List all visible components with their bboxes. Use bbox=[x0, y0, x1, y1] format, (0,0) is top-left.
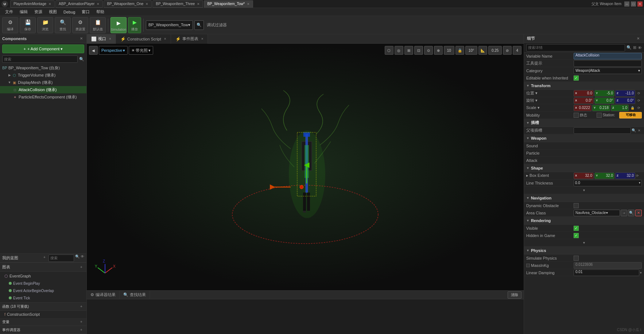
tab-close[interactable]: ✕ bbox=[97, 2, 100, 6]
nav-search-button[interactable]: 🔍 bbox=[628, 210, 635, 216]
tab-close[interactable]: ✕ bbox=[49, 2, 51, 6]
add-dispatcher-button[interactable]: + bbox=[78, 327, 84, 333]
add-component-button[interactable]: + + Add Component ▾ bbox=[2, 44, 84, 53]
box-y[interactable]: Y 32.0 bbox=[594, 172, 614, 179]
navigation-section[interactable]: ▼ Navigation bbox=[524, 194, 644, 202]
maximize-button[interactable]: □ bbox=[631, 1, 636, 7]
vp-angle[interactable]: 10° bbox=[465, 46, 477, 55]
position-z[interactable]: Z -11.0 bbox=[615, 90, 635, 97]
perspective-dropdown[interactable]: Perspective ▾ bbox=[99, 46, 128, 55]
scale-x[interactable]: X 0.0222 bbox=[574, 105, 591, 111]
position-reset[interactable]: ⟳ bbox=[636, 90, 642, 97]
compile-button[interactable]: ⚙ 编译 bbox=[2, 17, 18, 33]
tab-player-anim[interactable]: PlayerAnimMontage ✕ bbox=[10, 0, 55, 8]
bp-dropdown[interactable]: BP_WeaponItem_Tow▾ bbox=[146, 20, 193, 30]
tab-weapon-one[interactable]: BP_WeaponItem_One ✕ bbox=[104, 0, 152, 8]
begin-play-item[interactable]: Event BeginPlay bbox=[0, 280, 86, 287]
play-button[interactable]: ▶ 播放 bbox=[128, 17, 141, 33]
menu-view[interactable]: 视图 bbox=[46, 8, 60, 15]
vp-icon3[interactable]: ⊞ bbox=[404, 46, 413, 55]
rendering-expand[interactable]: ▾ bbox=[526, 241, 642, 245]
menu-debug[interactable]: Debug bbox=[61, 9, 78, 15]
event-graph-item[interactable]: ⬡ EventGraph bbox=[0, 272, 86, 280]
socket-input[interactable] bbox=[574, 127, 631, 134]
tooltip-input[interactable] bbox=[574, 60, 642, 67]
editable-checkbox[interactable]: ✓ bbox=[574, 75, 579, 81]
menu-window[interactable]: 窗口 bbox=[79, 8, 93, 15]
vp-icon4[interactable]: ⊡ bbox=[414, 46, 423, 55]
weapon-section[interactable]: ▼ Weapon bbox=[524, 134, 644, 142]
nav-clear-button[interactable]: ✕ bbox=[635, 210, 642, 216]
nav-btn-1[interactable]: → bbox=[621, 210, 627, 216]
position-x[interactable]: X 0.0 bbox=[574, 90, 594, 97]
physics-section[interactable]: ▼ Physics bbox=[524, 246, 644, 255]
lighting-dropdown[interactable]: ☀ 带光照 ▾ bbox=[129, 46, 153, 55]
static-radio[interactable] bbox=[574, 113, 579, 118]
scale-lock-icon[interactable]: 🔒 bbox=[629, 105, 635, 111]
tab-abp[interactable]: ABP_AnimationPlayer ✕ bbox=[55, 0, 103, 8]
find-button[interactable]: 🔍 查找 bbox=[55, 17, 71, 33]
rotation-reset[interactable]: ⟳ bbox=[636, 97, 642, 104]
dynamic-obstacle-checkbox[interactable] bbox=[574, 203, 579, 208]
simulate-checkbox[interactable] bbox=[574, 256, 579, 261]
scale-reset[interactable]: ⟳ bbox=[636, 105, 642, 111]
variable-name-value[interactable]: AttackCollision bbox=[574, 53, 642, 59]
scale-z[interactable]: Z 1.0 bbox=[611, 105, 629, 111]
viewport-3d[interactable]: ◀ Perspective ▾ ☀ 带光照 ▾ ⬡ ◎ ⊞ ⊡ ⊙ ⊕ bbox=[87, 44, 524, 290]
minimize-button[interactable]: ─ bbox=[624, 1, 629, 7]
defaults-button[interactable]: 📋 默认值 bbox=[90, 17, 106, 33]
tab-close[interactable]: ✕ bbox=[247, 2, 250, 6]
details-search-input[interactable] bbox=[526, 44, 625, 51]
line-thickness-value[interactable]: 0.0 ▾ bbox=[574, 180, 642, 186]
vp-icon6[interactable]: ⊕ bbox=[434, 46, 443, 55]
vp-camera[interactable]: 4 bbox=[513, 46, 521, 55]
vp-icon1[interactable]: ⬡ bbox=[385, 46, 393, 55]
blueprint-search[interactable] bbox=[49, 255, 74, 262]
menu-file[interactable]: 文件 bbox=[2, 8, 16, 15]
tree-item-display[interactable]: ▼ ▣ DisplayMesh (继承) bbox=[0, 79, 86, 86]
tab-close[interactable]: ✕ bbox=[197, 2, 200, 6]
scale-y[interactable]: Y 0.218 bbox=[592, 105, 610, 111]
rotation-x[interactable]: X 0.0° bbox=[574, 97, 594, 104]
tab-weapon-tow[interactable]: BP_WeaponItem_Tow* ✕ bbox=[204, 0, 253, 8]
debug-search[interactable]: 🔍 bbox=[194, 20, 204, 30]
construction-script-item[interactable]: f ConstructionScript bbox=[0, 311, 86, 318]
linear-damping-value[interactable]: 0.01 bbox=[574, 269, 639, 276]
box-x[interactable]: X 32.0 bbox=[574, 172, 594, 179]
movable-button[interactable]: 可移动 bbox=[619, 112, 642, 119]
hidden-in-game-checkbox[interactable]: ✓ bbox=[574, 233, 579, 238]
browse-button[interactable]: 📁 浏览 bbox=[37, 17, 53, 33]
box-z[interactable]: Z 32.0 bbox=[615, 172, 635, 179]
close-button[interactable]: ✕ bbox=[637, 1, 643, 7]
box-reset[interactable]: ⟳ bbox=[636, 172, 642, 179]
mass-override-checkbox[interactable] bbox=[526, 264, 530, 267]
rotation-y[interactable]: Y 0.0° bbox=[594, 97, 614, 104]
station-radio[interactable] bbox=[597, 113, 602, 118]
socket-clear-button[interactable]: ✕ bbox=[637, 128, 642, 133]
actor-overlap-item[interactable]: Event ActorBeginOverlap bbox=[0, 287, 86, 294]
vp-icon2[interactable]: ◎ bbox=[395, 46, 403, 55]
vp-scale-icon[interactable]: ⊘ bbox=[503, 46, 512, 55]
vp-back-button[interactable]: ◀ bbox=[89, 46, 98, 55]
menu-help[interactable]: 帮助 bbox=[93, 8, 107, 15]
vp-lock-icon[interactable]: 🔒 bbox=[455, 46, 464, 55]
shape-section[interactable]: ▼ Shape bbox=[524, 164, 644, 172]
tab-viewport[interactable]: ⬜ 视口 × bbox=[87, 34, 116, 44]
tree-item-root[interactable]: BP BP_WeaponItem_Tow (自身) bbox=[0, 64, 86, 71]
tab-close[interactable]: ✕ bbox=[146, 2, 148, 6]
visible-checkbox[interactable]: ✓ bbox=[574, 226, 579, 231]
rotation-z[interactable]: Z 0.0° bbox=[615, 97, 635, 104]
simulation-button[interactable]: ▶ Simulation bbox=[110, 17, 127, 33]
transform-section[interactable]: ▼ Transform bbox=[524, 82, 644, 90]
area-class-dropdown[interactable]: NavArea_Obstacle▾ bbox=[574, 210, 620, 216]
add-graph-button[interactable]: + bbox=[78, 264, 84, 270]
position-y[interactable]: Y -5.0 bbox=[594, 90, 614, 97]
vp-angle-icon[interactable]: 📐 bbox=[478, 46, 487, 55]
tab-eventgraph[interactable]: ⚡ 事件图表 × bbox=[171, 34, 208, 44]
category-dropdown[interactable]: Weapon|Attack ▾ bbox=[574, 67, 642, 74]
panel-close-button[interactable]: ✕ bbox=[78, 36, 84, 42]
vp-scale[interactable]: 0.25 bbox=[488, 46, 502, 55]
menu-assets[interactable]: 资源 bbox=[31, 8, 45, 15]
save-button[interactable]: 💾 保存 bbox=[20, 17, 36, 33]
add-blueprint-button[interactable]: + bbox=[42, 255, 47, 260]
